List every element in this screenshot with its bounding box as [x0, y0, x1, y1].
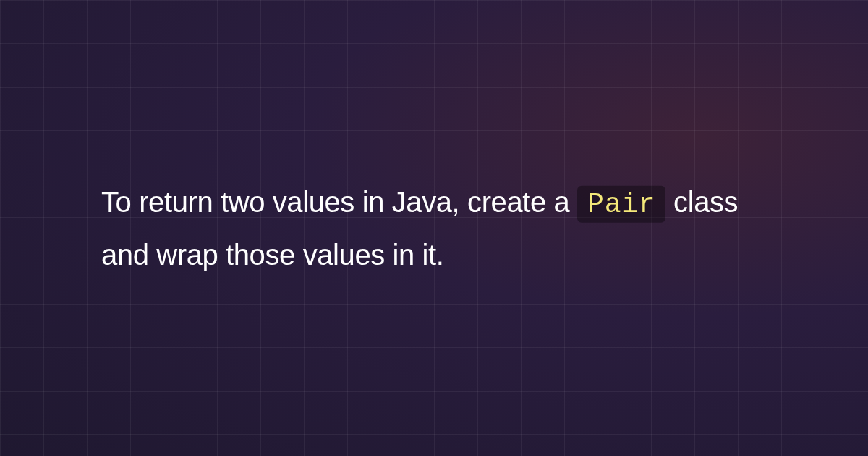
main-text: To return two values in Java, create a P… — [101, 177, 767, 280]
text-before-code: To return two values in Java, create a — [101, 186, 577, 218]
code-keyword: Pair — [577, 186, 665, 223]
content-container: To return two values in Java, create a P… — [87, 177, 781, 280]
